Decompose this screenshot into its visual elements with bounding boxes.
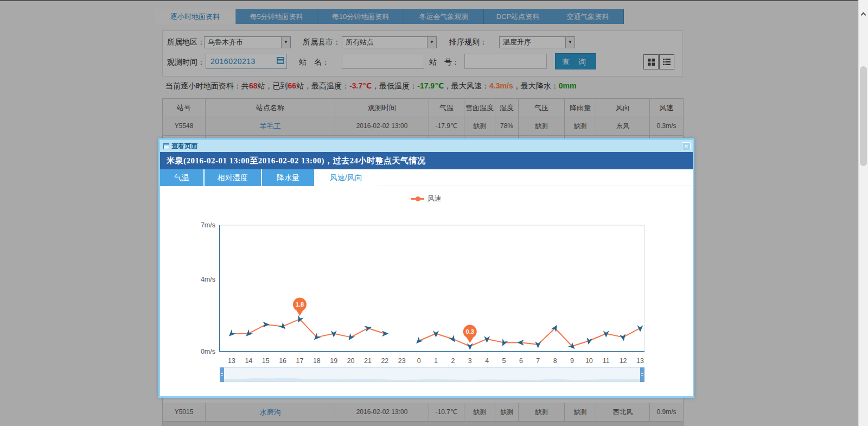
modal-title: 查看页面	[171, 142, 682, 151]
datazoom-preview	[220, 368, 644, 382]
svg-text:15: 15	[262, 357, 270, 365]
svg-text:17: 17	[296, 357, 304, 365]
scroll-up-icon[interactable]	[861, 12, 866, 18]
wind-speed-chart: 7m/s4m/s0m/s1314151617181920212223012345…	[160, 186, 693, 366]
scrollbar-thumb[interactable]	[860, 66, 867, 166]
view-page-icon	[163, 143, 169, 149]
page-root: 逐小时地面资料 每5分钟地面资料 每10分钟地面资料 冬运会气象观测 DCP站点…	[0, 0, 868, 426]
svg-text:7m/s: 7m/s	[201, 221, 215, 229]
page-scrollbar[interactable]	[858, 0, 868, 426]
modal-tab-bar: 气温 相对湿度 降水量 风速/风向	[160, 169, 693, 186]
svg-text:5: 5	[502, 357, 506, 365]
modal-tab-wind[interactable]: 风速/风向	[315, 169, 377, 186]
modal-tab-precipitation[interactable]: 降水量	[262, 169, 314, 186]
modal-tab-humidity[interactable]: 相对湿度	[205, 169, 261, 186]
svg-text:21: 21	[364, 357, 372, 365]
svg-text:8: 8	[553, 357, 557, 365]
svg-text:4m/s: 4m/s	[201, 276, 215, 283]
svg-text:16: 16	[279, 357, 286, 365]
close-icon[interactable]: ✕	[682, 142, 691, 150]
svg-text:13: 13	[636, 357, 644, 365]
svg-text:0.3: 0.3	[466, 328, 474, 335]
svg-text:11: 11	[603, 357, 610, 365]
svg-text:3: 3	[468, 357, 472, 365]
svg-text:7: 7	[536, 357, 540, 365]
svg-text:13: 13	[228, 357, 235, 365]
svg-text:18: 18	[313, 357, 321, 365]
modal-heading: 米泉(2016-02-01 13:00至2016-02-02 13:00)，过去…	[160, 152, 693, 169]
svg-text:22: 22	[381, 357, 388, 365]
svg-text:19: 19	[330, 357, 337, 365]
datazoom-left-handle[interactable]	[220, 367, 224, 382]
svg-text:14: 14	[245, 357, 252, 365]
modal-titlebar[interactable]: 查看页面 ✕	[160, 140, 693, 152]
svg-text:6: 6	[519, 357, 523, 365]
svg-text:2: 2	[451, 357, 455, 365]
svg-text:4: 4	[485, 357, 489, 365]
svg-text:0: 0	[417, 357, 421, 365]
svg-text:12: 12	[620, 357, 627, 365]
svg-text:0m/s: 0m/s	[201, 348, 215, 355]
datazoom-slider[interactable]	[220, 367, 644, 382]
svg-text:1.8: 1.8	[296, 301, 304, 308]
datazoom-right-handle[interactable]	[640, 367, 644, 382]
modal-content: 风速 7m/s4m/s0m/s1314151617181920212223012…	[160, 186, 693, 396]
svg-text:9: 9	[570, 357, 574, 365]
view-page-modal: 查看页面 ✕ 米泉(2016-02-01 13:00至2016-02-02 13…	[158, 138, 694, 398]
svg-text:23: 23	[398, 357, 406, 365]
svg-text:10: 10	[585, 357, 593, 365]
svg-text:20: 20	[347, 357, 355, 365]
svg-text:1: 1	[434, 357, 438, 365]
modal-tab-temperature[interactable]: 气温	[160, 169, 203, 186]
